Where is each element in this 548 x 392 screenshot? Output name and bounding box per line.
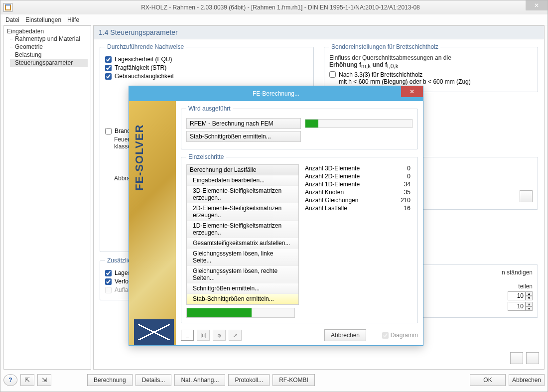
legend-running: Wird ausgeführt bbox=[186, 105, 233, 112]
group-sonder: Sondereinstellungen für Brettschichtholz… bbox=[324, 43, 538, 92]
rfkombi-button[interactable]: RF-KOMBI bbox=[273, 374, 315, 386]
task-stab: Stab-Schnittgrößen ermitteln... bbox=[186, 131, 301, 142]
chk-str[interactable] bbox=[105, 65, 112, 71]
step-item: Schnittgrößen ermitteln... bbox=[187, 283, 298, 294]
corner-btn-2[interactable] bbox=[526, 352, 539, 364]
panel-title: 1.4 Steuerungsparameter bbox=[94, 26, 544, 39]
corner-btn-1[interactable] bbox=[510, 352, 523, 364]
spin-down[interactable]: ▼ bbox=[526, 296, 533, 300]
chk-auflager bbox=[105, 287, 112, 293]
ok-button[interactable]: OK bbox=[470, 374, 506, 386]
export-button[interactable]: ⇲ bbox=[37, 374, 51, 386]
tree-item[interactable]: Rahmentyp und Material bbox=[10, 35, 88, 43]
tool-zoom-icon[interactable]: ⤢ bbox=[229, 330, 242, 341]
spin-down[interactable]: ▼ bbox=[526, 306, 533, 311]
step-header: Berechnung der Lastfälle bbox=[187, 165, 298, 175]
tool-phi-icon[interactable]: φ bbox=[213, 330, 226, 341]
close-button[interactable]: ✕ bbox=[526, 0, 548, 10]
sonder-text1: Einfluss der Querschnittsabmessungen an … bbox=[329, 54, 533, 61]
tree-item-active[interactable]: Steuerungsparameter bbox=[10, 59, 88, 67]
step-item: 2D-Elemente-Steifigkeitsmatrizen erzeuge… bbox=[187, 203, 298, 221]
menu-file[interactable]: Datei bbox=[5, 16, 19, 23]
tree-item[interactable]: Geometrie bbox=[10, 43, 88, 51]
menu-settings[interactable]: Einstellungen bbox=[25, 16, 61, 23]
nat-anhang-button[interactable]: Nat. Anhang... bbox=[174, 374, 225, 386]
solver-banner: FE-SOLVER bbox=[129, 101, 176, 345]
step-list: Berechnung der Lastfälle Eingabedaten be… bbox=[186, 164, 299, 305]
help-button[interactable]: ? bbox=[3, 374, 17, 386]
app-icon bbox=[3, 3, 12, 12]
import-button[interactable]: ⇱ bbox=[20, 374, 34, 386]
menu-help[interactable]: Hilfe bbox=[67, 16, 79, 23]
chk-gebr[interactable] bbox=[105, 73, 112, 80]
progress-rfem bbox=[305, 119, 412, 128]
step-item: 1D-Elemente-Steifigkeitsmatrizen erzeuge… bbox=[187, 221, 298, 238]
step-item: Eingabedaten bearbeiten... bbox=[187, 175, 298, 186]
step-item: Gesamtsteifigkeitsmatrix aufstellen... bbox=[187, 238, 298, 249]
chk-diagram bbox=[382, 332, 389, 339]
chk-equ[interactable] bbox=[105, 56, 112, 63]
step-item: 3D-Elemente-Steifigkeitsmatrizen erzeuge… bbox=[187, 186, 298, 203]
tool-graph-icon[interactable]: ⎯ bbox=[181, 330, 194, 341]
group-running: Wird ausgeführt RFEM - Berechnung nach F… bbox=[181, 105, 418, 149]
legend-steps: Einzelschritte bbox=[186, 153, 226, 160]
progress-overall bbox=[186, 308, 295, 318]
tree-item[interactable]: Belastung bbox=[10, 51, 88, 59]
spin-ergebnisse[interactable] bbox=[508, 291, 526, 300]
cancel-button[interactable]: Abbrechen bbox=[509, 374, 545, 386]
menubar: Datei Einstellungen Hilfe bbox=[0, 14, 548, 25]
chk-lagerk[interactable] bbox=[105, 270, 112, 276]
window-title: RX-HOLZ - Rahmen - 2.03.0039 (64bit) - [… bbox=[16, 4, 545, 11]
chk-bsh[interactable] bbox=[329, 71, 336, 78]
tree-root[interactable]: Eingabedaten bbox=[7, 28, 88, 35]
dialog-titlebar[interactable]: FE-Berechnung... ✕ bbox=[129, 86, 423, 101]
fe-berechnung-dialog: FE-Berechnung... ✕ FE-SOLVER Wird ausgef… bbox=[129, 86, 423, 346]
task-rfem: RFEM - Berechnung nach FEM bbox=[186, 118, 301, 129]
nav-tree: Eingabedaten Rahmentyp und Material Geom… bbox=[3, 25, 91, 370]
legend-sonder: Sondereinstellungen für Brettschichtholz bbox=[329, 43, 440, 50]
sonder-text2: Erhöhung fm,k und ft,0,k bbox=[329, 61, 533, 70]
chk-brand[interactable] bbox=[105, 128, 112, 134]
spin-vouten[interactable] bbox=[508, 302, 526, 311]
stuetze-edit-button[interactable] bbox=[520, 190, 533, 202]
stats-panel: Anzahl 3D-Elemente0 Anzahl 2D-Elemente0 … bbox=[303, 164, 412, 305]
protokoll-button[interactable]: Protokoll... bbox=[228, 374, 270, 386]
spin-up[interactable]: ▲ bbox=[526, 302, 533, 306]
legend-nachweise: Durchzuführende Nachweise bbox=[105, 43, 186, 50]
dialog-title: FE-Berechnung... bbox=[253, 90, 299, 97]
step-item-current: Stab-Schnittgrößen ermitteln... bbox=[187, 294, 298, 304]
tool-u[interactable]: |u| bbox=[197, 330, 210, 341]
spin-up[interactable]: ▲ bbox=[526, 291, 533, 296]
solver-label: FE-SOLVER bbox=[133, 125, 146, 191]
bottom-toolbar: ? ⇱ ⇲ Berechnung Details... Nat. Anhang.… bbox=[3, 373, 545, 388]
dialog-close-button[interactable]: ✕ bbox=[401, 86, 423, 97]
details-button[interactable]: Details... bbox=[136, 374, 172, 386]
step-item: Gleichungssystem lösen, rechte Seiten... bbox=[187, 266, 298, 283]
step-item: Gleichungssystem lösen, linke Seite... bbox=[187, 249, 298, 266]
titlebar: RX-HOLZ - Rahmen - 2.03.0039 (64bit) - [… bbox=[0, 0, 548, 14]
group-steps: Einzelschritte Berechnung der Lastfälle … bbox=[181, 153, 418, 323]
abort-button[interactable]: Abbrechen bbox=[324, 329, 366, 341]
chk-verformung[interactable] bbox=[105, 278, 112, 285]
dlubal-logo bbox=[134, 319, 174, 345]
berechnung-button[interactable]: Berechnung bbox=[87, 374, 133, 386]
